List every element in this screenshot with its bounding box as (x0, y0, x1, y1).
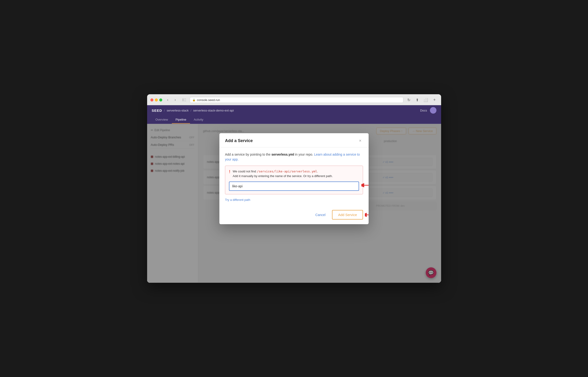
service-name-input[interactable] (229, 181, 359, 191)
add-service-arrow-annotation (365, 211, 369, 219)
share-button[interactable]: ⬆ (414, 97, 421, 103)
modal-close-button[interactable]: × (357, 138, 363, 143)
modal-title: Add a Service (225, 138, 253, 143)
back-button[interactable]: ‹ (165, 97, 171, 103)
address-bar[interactable]: 🔒 console.seed.run (190, 97, 403, 103)
add-service-container: Add Service (332, 210, 363, 220)
app-content: SEED / serverless-stack / serverless-sta… (147, 105, 441, 283)
add-service-modal: Add a Service × Add a service by pointin… (219, 133, 369, 224)
main-content: ✏ Edit Pipeline Auto-Deploy Branches OFF… (147, 124, 441, 283)
modal-body: Add a service by pointing to the serverl… (219, 147, 369, 206)
modal-header: Add a Service × (219, 133, 369, 147)
try-different-path: Try a different path (225, 198, 363, 201)
duplicate-button[interactable]: ⬜ (422, 97, 429, 103)
input-container (229, 180, 359, 191)
browser-chrome: ‹ › 🔒 console.seed.run ↻ ⬆ ⬜ + (147, 94, 441, 105)
forward-button[interactable]: › (172, 97, 179, 103)
tab-activity[interactable]: Activity (190, 116, 207, 124)
error-header: ! We could not find /services/like-api/s… (229, 169, 359, 178)
cancel-button[interactable]: Cancel (313, 211, 328, 219)
error-box: ! We could not find /services/like-api/s… (225, 166, 363, 194)
modal-overlay[interactable]: Add a Service × Add a service by pointin… (147, 124, 441, 283)
sub-nav: Overview Pipeline Activity (147, 116, 441, 124)
new-tab-button[interactable]: + (431, 97, 438, 103)
maximize-traffic-light[interactable] (159, 98, 162, 102)
user-avatar[interactable] (430, 107, 436, 114)
try-diff-path-link[interactable]: Try a different path (225, 198, 250, 201)
error-path: /services/like-api/serverless.yml (257, 170, 317, 173)
svg-rect-2 (184, 100, 186, 100)
svg-rect-3 (184, 101, 186, 101)
modal-description: Add a service by pointing to the serverl… (225, 152, 363, 162)
traffic-lights (150, 98, 162, 102)
error-icon: ! (229, 169, 230, 174)
top-nav: SEED / serverless-stack / serverless-sta… (147, 105, 441, 116)
nav-left: SEED / serverless-stack / serverless-sta… (152, 108, 234, 112)
modal-footer: Cancel Add Service (219, 206, 369, 224)
minimize-traffic-light[interactable] (155, 98, 158, 102)
nav-breadcrumb-2[interactable]: serverless-stack-demo-ext-api (193, 109, 234, 112)
sidebar-toggle-button[interactable] (181, 97, 187, 103)
tab-overview[interactable]: Overview (152, 116, 172, 124)
url-text: console.seed.run (197, 98, 220, 102)
add-service-button[interactable]: Add Service (332, 210, 363, 220)
lock-icon: 🔒 (192, 98, 196, 102)
browser-window: ‹ › 🔒 console.seed.run ↻ ⬆ ⬜ + SEED (147, 94, 441, 283)
nav-right: Docs (420, 107, 436, 114)
error-text: We could not find /services/like-api/ser… (233, 169, 333, 178)
reload-button[interactable]: ↻ (406, 97, 412, 103)
svg-rect-1 (184, 98, 186, 99)
nav-buttons: ‹ › (165, 97, 179, 103)
docs-link[interactable]: Docs (420, 109, 427, 112)
browser-actions: ↻ ⬆ ⬜ (406, 97, 429, 103)
close-traffic-light[interactable] (150, 98, 153, 102)
input-arrow-annotation (361, 181, 369, 189)
nav-breadcrumb-1[interactable]: serverless-stack (167, 109, 189, 112)
tab-pipeline[interactable]: Pipeline (172, 116, 190, 124)
svg-rect-0 (182, 98, 184, 101)
brand-logo[interactable]: SEED (152, 108, 162, 112)
